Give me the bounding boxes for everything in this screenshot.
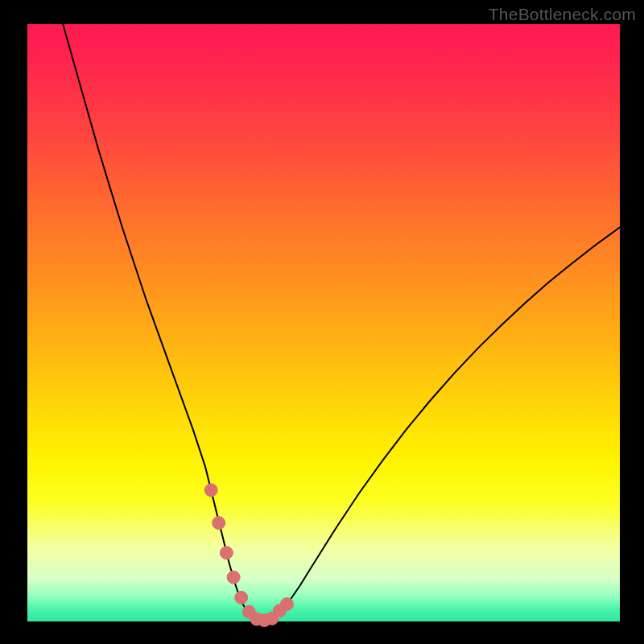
bottleneck-curve — [63, 24, 620, 621]
curve-marker — [227, 571, 240, 584]
curve-marker — [280, 598, 293, 611]
curve-layer — [27, 24, 620, 621]
curve-marker — [220, 547, 233, 559]
curve-marker — [235, 591, 248, 604]
chart-frame: TheBottleneck.com — [0, 0, 644, 644]
watermark-text: TheBottleneck.com — [489, 5, 636, 24]
plot-area — [27, 24, 620, 621]
curve-marker — [204, 484, 217, 497]
curve-marker — [213, 517, 225, 530]
